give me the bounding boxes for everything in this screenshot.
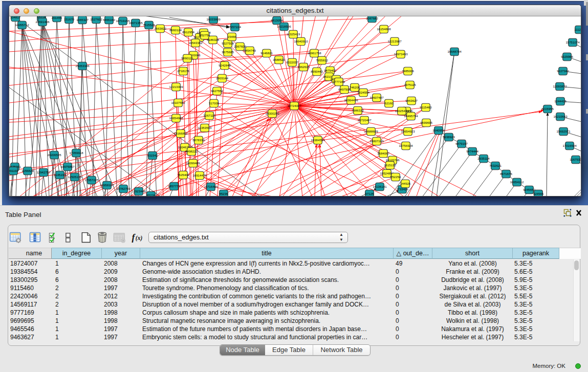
svg-text:10958107: 10958107 [100,183,114,187]
svg-text:1527602: 1527602 [90,17,102,21]
svg-text:18724007: 18724007 [287,104,301,107]
svg-text:6322037: 6322037 [286,60,298,64]
svg-text:97125: 97125 [365,192,375,195]
svg-text:104817: 104817 [10,16,21,19]
svg-text:8471676: 8471676 [500,172,512,176]
svg-text:1167533: 1167533 [570,158,581,161]
svg-text:2087682: 2087682 [366,16,378,20]
svg-text:7485006: 7485006 [402,69,414,73]
svg-text:9479402: 9479402 [324,69,336,72]
svg-text:16914479: 16914479 [192,173,207,177]
svg-text:85236: 85236 [220,192,229,195]
svg-text:8813054: 8813054 [271,18,283,22]
svg-text:5938923: 5938923 [443,135,455,139]
svg-text:111263: 111263 [574,28,581,31]
svg-text:1362615: 1362615 [297,65,310,69]
svg-text:2975115: 2975115 [404,83,416,86]
svg-text:62160: 62160 [385,101,394,105]
svg-text:1156829: 1156829 [21,169,34,172]
svg-text:9890121: 9890121 [181,56,193,60]
svg-text:931542: 931542 [147,154,158,157]
svg-text:5498222: 5498222 [185,149,198,153]
svg-text:19218506: 19218506 [277,25,291,28]
svg-text:8454749: 8454749 [244,49,256,52]
svg-text:19384554: 19384554 [311,138,325,142]
svg-text:151670: 151670 [64,17,75,21]
svg-text:1640954: 1640954 [432,128,445,132]
svg-text:952754: 952754 [200,33,210,37]
svg-text:9699695: 9699695 [420,121,432,124]
svg-text:14055712: 14055712 [15,23,29,27]
svg-text:9777169: 9777169 [333,80,345,83]
svg-text:11325419: 11325419 [287,32,300,36]
svg-text:9427552: 9427552 [211,89,223,93]
svg-text:1615132: 1615132 [384,163,396,167]
svg-text:2718176: 2718176 [177,69,189,73]
svg-text:8990443: 8990443 [311,70,323,73]
svg-text:10107552: 10107552 [171,101,185,104]
svg-text:7515526: 7515526 [143,23,155,27]
svg-text:8186328: 8186328 [207,38,219,41]
svg-text:8215955: 8215955 [541,107,554,111]
svg-text:6466160: 6466160 [103,18,115,21]
svg-text:15720407: 15720407 [357,118,372,122]
svg-text:24099489: 24099489 [186,161,200,165]
svg-text:7632621: 7632621 [489,164,502,167]
svg-text:6879197: 6879197 [455,142,468,145]
svg-text:9242848: 9242848 [219,63,231,67]
svg-text:9146821: 9146821 [260,51,273,55]
svg-text:9474444: 9474444 [466,149,478,153]
svg-text:19166852: 19166852 [173,132,188,135]
svg-text:2803144: 2803144 [216,76,228,80]
svg-text:2367608: 2367608 [234,45,246,48]
svg-text:9857771: 9857771 [168,184,180,188]
svg-text:16671355: 16671355 [128,21,143,25]
svg-text:3675685: 3675685 [222,50,234,54]
svg-text:2935114: 2935114 [477,157,490,160]
svg-text:3024554: 3024554 [357,91,369,94]
svg-text:10688609: 10688609 [364,129,378,133]
svg-text:16154808: 16154808 [377,27,391,31]
svg-text:9327508: 9327508 [222,41,234,45]
svg-text:317006: 317006 [209,101,220,105]
svg-text:10756928: 10756928 [399,144,413,147]
svg-text:3684067: 3684067 [377,151,389,155]
svg-text:9329966: 9329966 [561,55,573,58]
svg-text:252254: 252254 [390,175,401,179]
svg-text:9115460: 9115460 [420,105,432,109]
svg-text:29053346: 29053346 [75,64,90,68]
svg-text:9227342: 9227342 [557,69,569,73]
svg-text:(x): (x) [136,235,143,242]
svg-text:10654983: 10654983 [169,116,183,120]
svg-text:85226: 85226 [147,193,156,196]
svg-text:12213987: 12213987 [387,39,402,43]
svg-text:20691406: 20691406 [35,20,50,24]
svg-text:5878334: 5878334 [192,138,205,142]
svg-text:7955812: 7955812 [316,58,328,62]
svg-text:15716485: 15716485 [204,185,218,188]
svg-text:14495794: 14495794 [404,114,418,118]
svg-text:7625402: 7625402 [177,173,189,177]
svg-text:12505135: 12505135 [68,175,82,179]
svg-text:15751074: 15751074 [565,40,580,44]
svg-text:1145194: 1145194 [54,173,66,177]
svg-text:10654112: 10654112 [510,180,524,184]
svg-text:9463627: 9463627 [405,99,418,102]
svg-text:7986322: 7986322 [352,108,364,112]
svg-text:8912954: 8912954 [182,30,194,34]
svg-text:12213369: 12213369 [169,85,183,89]
svg-text:10973493: 10973493 [394,52,408,56]
svg-text:3267110: 3267110 [203,114,215,117]
svg-text:10975867: 10975867 [60,165,75,168]
svg-text:15466: 15466 [228,35,237,38]
svg-text:14136141: 14136141 [373,185,387,188]
svg-text:16210643: 16210643 [553,115,568,118]
svg-text:16543362: 16543362 [188,41,203,45]
svg-text:7357224: 7357224 [229,25,241,29]
svg-text:10654923: 10654923 [401,129,415,133]
svg-text:16782759: 16782759 [116,187,130,190]
svg-text:7663822: 7663822 [154,27,166,30]
svg-text:6497508: 6497508 [338,87,351,91]
svg-text:391191: 391191 [9,169,19,172]
svg-text:10719155: 10719155 [116,19,130,23]
